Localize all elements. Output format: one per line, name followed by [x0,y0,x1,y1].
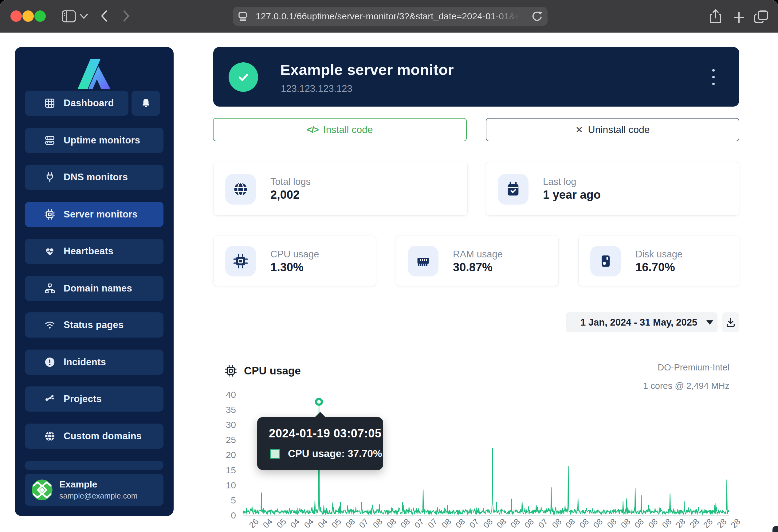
page-icon [237,11,248,22]
sidebar-item-label: Uptime monitors [64,135,140,146]
date-range-label: 1 Jan, 2024 - 31 May, 2025 [580,317,697,328]
x-tick: 07 [357,517,371,530]
stat-value: 16.70% [635,261,675,274]
monitor-ip: 123.123.123.123 [281,83,353,94]
user-menu[interactable]: Example sample@example.com [25,474,163,506]
disk-usage-card: Disk usage 16.70% [578,236,739,286]
x-tick: 08 [550,517,563,530]
date-range-picker[interactable]: 1 Jan, 2024 - 31 May, 2025 [566,313,717,332]
chart-title-label: CPU usage [244,365,301,377]
sidebar-item-domain-names[interactable]: Domain names [25,276,163,301]
forward-icon[interactable] [122,10,130,22]
close-icon: ✕ [575,124,583,135]
zoom-window-button[interactable] [34,10,46,22]
sidebar-item-heartbeats[interactable]: Heartbeats [25,239,163,264]
x-tick: 08 [371,517,384,530]
x-tick: 08 [619,517,632,530]
alert-circle-icon [44,356,56,368]
uninstall-code-button[interactable]: ✕ Uninstall code [486,118,739,141]
back-icon[interactable] [100,10,108,22]
tabs-icon[interactable] [754,10,769,24]
server-device-label: DO-Premium-Intel [657,362,729,373]
sidebar-item-dashboard[interactable]: Dashboard [25,91,129,116]
stat-label: Last log [543,176,576,187]
y-tick: 30 [205,419,236,430]
total-logs-card: Total logs 2,002 [213,162,468,215]
hard-drive-icon [590,246,621,276]
x-tick: 08 [592,517,605,530]
x-tick: 08 [646,517,660,530]
reload-icon[interactable] [531,10,543,22]
sidebar-item-label: Custom domains [64,431,142,442]
download-icon [725,317,736,328]
ram-icon [408,246,439,276]
x-tick: 28 [715,517,728,530]
x-tick: 08 [454,517,467,530]
stat-label: RAM usage [453,249,503,260]
sidebar-toggle-icon[interactable] [62,10,76,23]
stat-label: Disk usage [635,249,683,260]
globe-icon [44,430,56,442]
x-tick: 28 [674,517,687,530]
user-email: sample@example.com [59,492,138,500]
sidebar-item-label: DNS monitors [64,172,128,183]
page-title: Example server monitor [280,61,454,78]
sidebar-item-dns-monitors[interactable]: DNS monitors [25,165,163,190]
new-tab-icon[interactable] [732,11,746,24]
sidebar-item-label: Server monitors [64,209,138,220]
chevron-down-icon[interactable] [80,14,88,19]
cpu-icon [224,364,237,377]
last-log-card: Last log 1 year ago [486,162,739,215]
floating-corner-button[interactable] [772,526,778,532]
url-text[interactable]: 127.0.0.1/66uptime/server-monitor/3?&sta… [256,7,520,26]
x-tick: 28 [688,517,701,530]
chart-title: CPU usage [224,364,301,377]
code-icon: </> [307,124,318,135]
calendar-check-icon [498,174,529,204]
sidebar-item-incidents[interactable]: Incidents [25,350,163,375]
sidebar-item-server-monitors[interactable]: Server monitors [25,202,163,227]
sidebar-item-projects[interactable]: Projects [25,386,163,412]
download-report-button[interactable] [722,313,739,332]
browser-window: 127.0.0.1/66uptime/server-monitor/3?&sta… [0,0,778,532]
x-tick: 08 [509,517,522,530]
x-tick: 08 [523,517,536,530]
x-tick: 08 [399,517,412,530]
stat-value: 30.87% [453,261,492,274]
chart-tooltip: 2024-01-19 03:07:05 CPU usage: 37.70% [257,417,383,470]
sidebar-item-custom-domains[interactable]: Custom domains [25,424,163,449]
check-circle-icon [229,62,258,92]
sidebar-item-uptime-monitors[interactable]: Uptime monitors [25,128,163,153]
notifications-button[interactable] [132,91,160,116]
close-window-button[interactable] [10,10,22,22]
x-tick: 04 [316,517,329,530]
app-logo [71,56,117,91]
x-tick: 28 [729,517,743,530]
stat-value: 1 year ago [543,188,601,201]
avatar [32,479,53,500]
screenshot-root: 127.0.0.1/66uptime/server-monitor/3?&sta… [0,0,778,532]
y-tick: 5 [205,495,236,506]
stat-label: CPU usage [270,249,319,260]
y-tick: 20 [205,449,236,460]
stat-value: 2,002 [270,188,300,201]
sidebar-item-label: Domain names [64,283,132,294]
sidebar-item-status-pages[interactable]: Status pages [25,313,163,338]
minimize-window-button[interactable] [22,10,34,22]
share-icon[interactable] [709,9,723,24]
sidebar-item-label: Projects [64,393,102,405]
x-tick: 05 [275,517,288,530]
x-tick: 04 [261,517,275,530]
tooltip-datetime: 2024-01-19 03:07:05 [269,427,382,440]
cpu-icon [44,208,56,220]
x-tick: 07 [468,517,481,530]
y-tick: 40 [205,389,236,400]
kebab-menu-icon[interactable] [712,69,715,85]
x-tick: 08 [660,517,674,530]
sidebar-item-partial[interactable] [25,461,163,470]
tooltip-value: CPU usage: 37.70% [288,448,382,459]
install-code-button[interactable]: </> Install code [213,118,467,141]
cpu-icon [225,246,256,276]
x-tick: 07 [413,517,426,530]
x-tick: 04 [302,517,316,530]
